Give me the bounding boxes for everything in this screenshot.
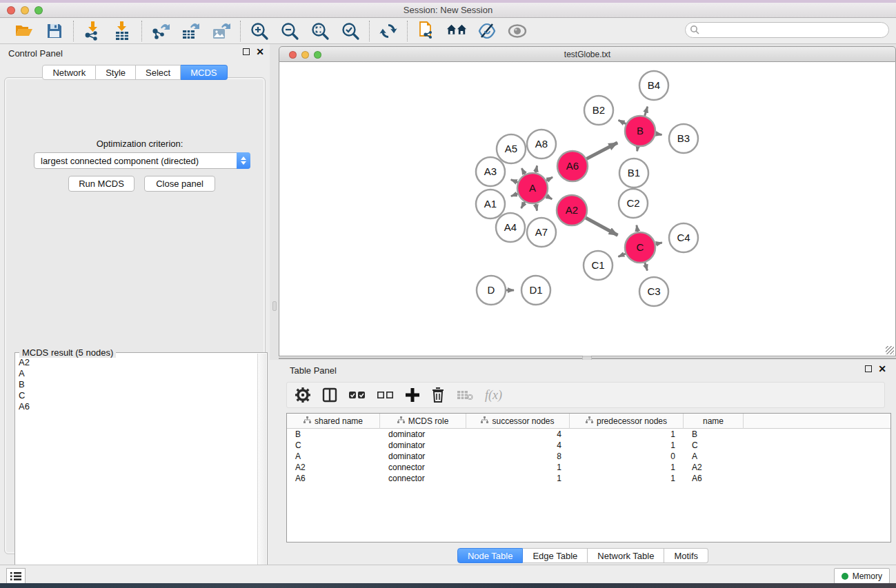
network-canvas[interactable]: B4B2BB3A8A5A6A3B1AC2A1A2A4A7C4CC1C3DD1 <box>279 62 896 356</box>
column-header-MCDS-role[interactable]: MCDS role <box>380 414 466 429</box>
memory-button[interactable]: Memory <box>834 568 890 584</box>
network-close-icon[interactable] <box>289 51 297 59</box>
export-network-icon[interactable] <box>150 21 171 41</box>
node-A[interactable]: A <box>517 173 548 203</box>
table-cell[interactable]: B <box>287 429 380 440</box>
node-A7[interactable]: A7 <box>527 218 556 247</box>
window-titlebar[interactable]: Session: New Session <box>0 3 896 18</box>
node-D[interactable]: D <box>477 276 506 305</box>
node-A1[interactable]: A1 <box>476 190 505 219</box>
edge-A-A5[interactable] <box>521 168 525 174</box>
node-C2[interactable]: C2 <box>619 189 648 218</box>
deselect-all-icon[interactable] <box>377 390 394 400</box>
edge-C-C4[interactable] <box>655 243 661 244</box>
zoom-window-icon[interactable] <box>34 6 43 14</box>
close-window-icon[interactable] <box>7 6 15 14</box>
edge-C-C1[interactable] <box>618 254 625 256</box>
table-cell[interactable]: dominator <box>380 451 466 462</box>
node-A3[interactable]: A3 <box>476 157 505 186</box>
refresh-layout-icon[interactable] <box>378 21 399 41</box>
node-table[interactable]: shared nameMCDS rolesuccessor nodesprede… <box>286 413 891 543</box>
node-A8[interactable]: A8 <box>527 130 556 159</box>
criterion-dropdown[interactable]: largest connected component (directed) <box>34 152 250 169</box>
node-A5[interactable]: A5 <box>497 134 526 163</box>
hide-graphics-details-icon[interactable] <box>477 21 497 41</box>
node-A4[interactable]: A4 <box>496 213 525 242</box>
resize-grip-icon[interactable] <box>886 346 894 354</box>
mcds-result-list[interactable]: A2ABCA6 <box>16 357 259 587</box>
edge-A6-B[interactable] <box>586 143 617 159</box>
close-panel-icon[interactable]: ✕ <box>256 48 264 55</box>
open-session-icon[interactable] <box>14 21 34 41</box>
edge-A-A1[interactable] <box>511 194 518 196</box>
table-row[interactable]: A6connector11A6 <box>287 473 890 484</box>
select-all-icon[interactable] <box>349 390 366 400</box>
table-cell[interactable]: connector <box>380 473 466 484</box>
table-cell[interactable]: connector <box>380 462 466 473</box>
table-cell[interactable]: A2 <box>287 462 380 473</box>
table-cell[interactable]: 1 <box>570 429 684 440</box>
node-C1[interactable]: C1 <box>584 251 613 280</box>
task-history-button[interactable] <box>6 568 26 584</box>
delete-column-trash-icon[interactable] <box>431 387 445 403</box>
table-cell[interactable]: 4 <box>466 440 570 451</box>
edge-A-A2[interactable] <box>546 196 552 199</box>
table-cell[interactable]: 1 <box>466 473 570 484</box>
node-C3[interactable]: C3 <box>639 277 668 306</box>
export-image-icon[interactable] <box>211 21 232 41</box>
tab-mcds[interactable]: MCDS <box>181 65 227 80</box>
network-window-titlebar[interactable]: testGlobe.txt <box>279 46 896 62</box>
table-cell[interactable]: 8 <box>466 451 570 462</box>
export-table-icon[interactable] <box>181 21 201 41</box>
network-minimize-icon[interactable] <box>301 51 309 59</box>
mcds-result-item[interactable]: A <box>16 368 259 379</box>
create-column-icon[interactable] <box>406 388 419 402</box>
node-C[interactable]: C <box>625 232 655 263</box>
network-window[interactable]: testGlobe.txt B4B2BB3A8A5A6A3B1AC2A1A2A4… <box>279 46 896 356</box>
node-D1[interactable]: D1 <box>521 276 550 305</box>
table-cell[interactable]: 1 <box>570 440 684 451</box>
table-row[interactable]: Bdominator41B <box>287 429 890 440</box>
float-panel-icon[interactable] <box>243 48 250 55</box>
edge-C-C3[interactable] <box>645 263 648 271</box>
column-header-predecessor-nodes[interactable]: predecessor nodes <box>570 414 684 429</box>
table-row[interactable]: Adominator80A <box>287 451 890 462</box>
table-cell[interactable]: 0 <box>570 451 684 462</box>
save-session-icon[interactable] <box>44 21 65 41</box>
search-input[interactable] <box>685 22 889 38</box>
table-cell[interactable]: C <box>684 440 744 451</box>
node-B1[interactable]: B1 <box>619 159 648 187</box>
table-cell[interactable]: 1 <box>466 462 570 473</box>
show-graphics-details-icon[interactable] <box>507 21 528 41</box>
table-cell[interactable]: A <box>287 451 380 462</box>
table-cell[interactable]: 1 <box>570 462 684 473</box>
table-cell[interactable]: A6 <box>684 473 744 484</box>
edge-A-A8[interactable] <box>536 165 537 172</box>
tab-style[interactable]: Style <box>96 65 136 80</box>
edge-A-A4[interactable] <box>521 202 525 208</box>
edge-A2-C[interactable] <box>586 218 617 235</box>
edge-A-A7[interactable] <box>536 204 537 211</box>
tab-network-table[interactable]: Network Table <box>588 548 664 563</box>
edge-C-C2[interactable] <box>637 225 638 232</box>
mcds-list-scrollbar[interactable] <box>257 354 266 587</box>
close-panel-button[interactable]: Close panel <box>144 176 215 192</box>
node-C4[interactable]: C4 <box>669 223 698 252</box>
tab-motifs[interactable]: Motifs <box>664 548 708 563</box>
table-cell[interactable]: A2 <box>684 462 744 473</box>
table-row[interactable]: Cdominator41C <box>287 440 890 451</box>
table-cell[interactable]: dominator <box>380 440 466 451</box>
table-close-panel-icon[interactable]: ✕ <box>878 365 886 372</box>
zoom-selected-icon[interactable] <box>340 21 361 41</box>
import-table-icon[interactable] <box>112 21 133 41</box>
edge-A-A6[interactable] <box>546 177 552 181</box>
network-zoom-icon[interactable] <box>314 51 321 59</box>
node-B3[interactable]: B3 <box>669 124 698 153</box>
minimize-window-icon[interactable] <box>21 6 29 14</box>
table-row[interactable]: A2connector11A2 <box>287 462 890 473</box>
mcds-result-item[interactable]: B <box>16 379 259 390</box>
show-columns-icon[interactable] <box>322 387 337 403</box>
tab-select[interactable]: Select <box>136 65 181 80</box>
mcds-result-item[interactable]: C <box>16 390 259 401</box>
zoom-in-icon[interactable] <box>249 21 270 41</box>
